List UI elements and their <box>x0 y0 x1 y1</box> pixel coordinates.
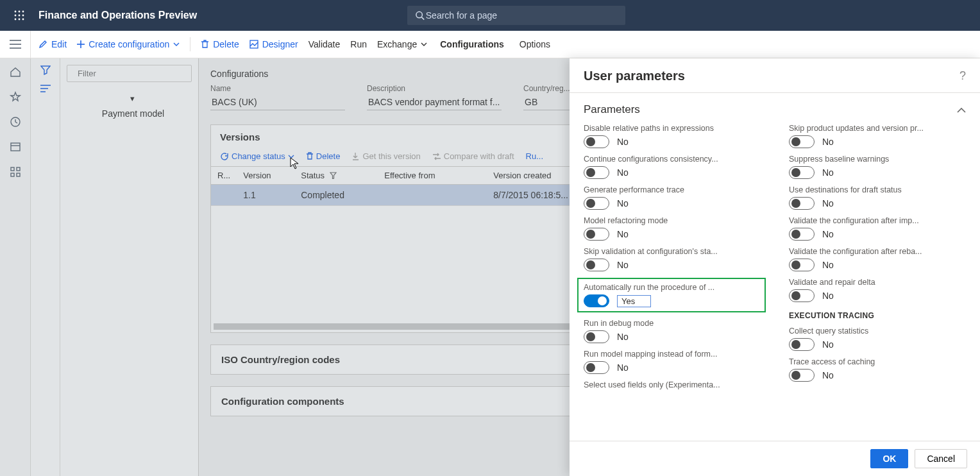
user-parameters-panel: User parameters ? Parameters Disable rel… <box>570 58 980 476</box>
global-search[interactable] <box>407 6 625 25</box>
parameter-value: No <box>822 167 834 178</box>
field-value-description[interactable]: BACS vendor payment format f... <box>367 93 502 110</box>
svg-point-4 <box>19 15 21 17</box>
execution-tracing-heading: EXECUTION TRACING <box>789 311 968 320</box>
parameter-label: Continue configurations consistency... <box>584 155 763 164</box>
field-value-name[interactable]: BACS (UK) <box>210 93 345 110</box>
parameter-label: Collect query statistics <box>789 327 968 336</box>
edit-button[interactable]: Edit <box>38 39 67 49</box>
parameter-toggle[interactable] <box>584 166 609 179</box>
cancel-button[interactable]: Cancel <box>915 449 967 468</box>
panel-title: User parameters <box>584 69 685 83</box>
star-icon[interactable] <box>10 91 21 105</box>
tree-node-payment-model[interactable]: ▾ Payment model <box>65 90 193 476</box>
tree-filter[interactable] <box>67 65 192 82</box>
run-button[interactable]: Run <box>350 39 367 49</box>
parameter-row: Model refactoring modeNo <box>584 216 763 241</box>
tab-configurations[interactable]: Configurations <box>437 39 507 49</box>
parameter-label: Skip product updates and version pr... <box>789 124 968 133</box>
parameter-label: Generate performance trace <box>584 185 763 194</box>
parameter-label: Automatically run the procedure of ... <box>584 283 759 292</box>
col-version[interactable]: Version <box>237 167 294 185</box>
exchange-button[interactable]: Exchange <box>377 39 427 49</box>
parameter-toggle[interactable] <box>584 197 609 210</box>
parameter-toggle[interactable] <box>584 294 609 307</box>
list-lines-icon[interactable] <box>40 85 51 94</box>
svg-point-3 <box>15 15 17 17</box>
recent-icon[interactable] <box>10 116 21 130</box>
parameter-value: No <box>617 332 629 342</box>
delete-button[interactable]: Delete <box>201 39 239 49</box>
parameter-toggle[interactable] <box>789 135 815 148</box>
compare-icon <box>432 153 441 160</box>
parameter-toggle[interactable] <box>789 338 815 351</box>
modules-icon[interactable] <box>10 166 21 180</box>
change-status-button[interactable]: Change status <box>220 151 294 161</box>
svg-rect-23 <box>17 173 20 176</box>
global-search-input[interactable] <box>425 10 618 21</box>
parameter-label: Trace access of caching <box>789 357 968 366</box>
parameter-toggle[interactable] <box>789 369 815 382</box>
designer-button[interactable]: Designer <box>249 39 298 49</box>
parameter-toggle[interactable] <box>789 197 815 210</box>
svg-rect-22 <box>17 167 20 171</box>
filter-funnel-icon[interactable] <box>40 65 51 77</box>
parameter-toggle[interactable] <box>584 135 609 148</box>
search-icon <box>415 10 425 21</box>
parameter-row: Skip product updates and version pr...No <box>789 124 968 148</box>
parameter-row: Automatically run the procedure of ...Ye… <box>577 278 766 312</box>
parameter-value: No <box>822 370 834 380</box>
parameter-label: Select used fields only (Experimenta... <box>584 380 763 389</box>
ok-button[interactable]: OK <box>870 449 908 468</box>
col-effective[interactable]: Effective from <box>378 167 487 185</box>
parameter-label: Suppress baseline warnings <box>789 155 968 164</box>
parameter-value: No <box>822 291 834 301</box>
plus-icon <box>77 40 85 48</box>
parameter-label: Run in debug mode <box>584 319 763 328</box>
svg-line-10 <box>421 17 424 20</box>
designer-icon <box>249 40 258 49</box>
parameter-toggle[interactable] <box>584 361 609 374</box>
tab-options[interactable]: Options <box>517 39 553 49</box>
parameter-toggle[interactable] <box>789 259 815 271</box>
parameter-toggle[interactable] <box>584 259 609 271</box>
parameter-value: No <box>617 198 629 208</box>
parameter-row: Skip validation at configuration's sta..… <box>584 247 763 271</box>
workspaces-icon[interactable] <box>10 141 21 155</box>
parameter-toggle[interactable] <box>789 228 815 241</box>
validate-button[interactable]: Validate <box>308 39 341 49</box>
parameter-toggle[interactable] <box>584 228 609 241</box>
parameter-label: Skip validation at configuration's sta..… <box>584 247 763 256</box>
parameter-toggle[interactable] <box>584 330 609 343</box>
hamburger-menu[interactable] <box>0 31 31 58</box>
svg-point-5 <box>22 15 24 17</box>
chevron-down-icon <box>421 42 427 46</box>
left-rail <box>0 58 31 476</box>
parameter-toggle[interactable] <box>789 289 815 302</box>
parameter-value: No <box>617 137 629 147</box>
nav-tree-panel: ▾ Payment model BACS (UK) <box>31 58 199 476</box>
parameter-toggle[interactable] <box>789 166 815 179</box>
chevron-down-icon <box>173 42 180 46</box>
parameter-label: Validate the configuration after imp... <box>789 216 968 225</box>
get-this-version-button: Get this version <box>351 151 420 161</box>
parameter-value: No <box>617 362 629 373</box>
svg-point-2 <box>22 11 24 13</box>
tree-filter-input[interactable] <box>76 68 187 79</box>
create-configuration-button[interactable]: Create configuration <box>77 39 180 49</box>
action-toolbar: Edit Create configuration Delete Designe… <box>0 31 980 58</box>
col-r[interactable]: R... <box>211 167 237 185</box>
versions-delete-button[interactable]: Delete <box>306 151 341 161</box>
parameter-label: Model refactoring mode <box>584 216 763 225</box>
chevron-up-icon[interactable] <box>957 105 966 115</box>
col-status[interactable]: Status <box>294 167 378 185</box>
app-launcher-icon[interactable] <box>8 10 31 21</box>
help-icon[interactable]: ? <box>959 69 966 83</box>
parameter-row: Select used fields only (Experimenta... <box>584 380 763 392</box>
parameter-value: No <box>617 167 629 178</box>
home-icon[interactable] <box>10 66 21 80</box>
svg-point-9 <box>416 12 422 18</box>
svg-point-6 <box>15 19 17 21</box>
versions-run-button[interactable]: Ru... <box>526 151 543 161</box>
trash-icon <box>306 152 314 160</box>
